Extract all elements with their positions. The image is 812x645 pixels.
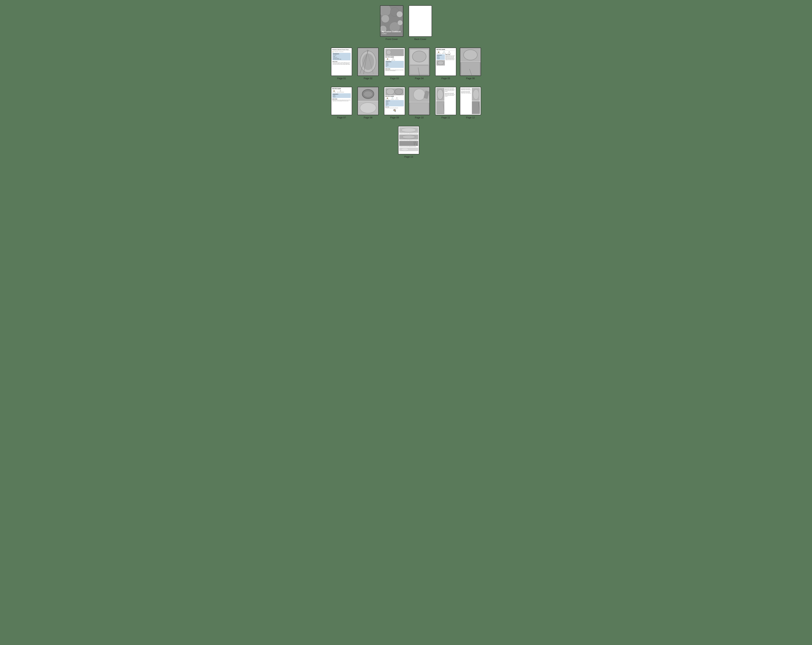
p03-ingredients: INGREDIENTS 1 cup item2 tbsp item1/2 tsp… — [385, 61, 404, 68]
back-cover-label: Back Cover — [414, 38, 426, 40]
p03-icon2: ⏱ SERVE TIME — [391, 58, 395, 61]
page10-label: Page 10 — [415, 116, 424, 119]
p05-icon3: ⏱ COOK TIME — [447, 51, 451, 54]
p03-title: RECIPE NAME — [385, 57, 404, 58]
p07-title: RECIPE NAME — [332, 88, 351, 89]
page08-label: Page 08 — [364, 116, 372, 119]
page06-item: Page 06 — [460, 47, 481, 80]
page08-item: Page 08 — [357, 87, 379, 119]
page08[interactable] — [357, 87, 379, 115]
row-4: Lorem ipsum dolor sit amet consectetur a… — [393, 126, 419, 158]
pages-05-06-group: RECIPE NAME 🍲 INGREDIENTS 🕐 SERVING TIME — [435, 47, 481, 80]
page05[interactable]: RECIPE NAME 🍲 INGREDIENTS 🕐 SERVING TIME — [435, 47, 456, 76]
pages-11-12-group: Lorem ipsum dolor sit amet consectetur a… — [435, 87, 481, 119]
p07-icon1: 🍲 COOK TIME — [332, 90, 336, 93]
p01-title: Blueberry Banana French Toast — [333, 49, 351, 51]
p01-icon-pot: 🍲 — [333, 51, 334, 52]
page04[interactable] — [409, 47, 430, 76]
p01-directions: DIRECTIONS Lorem ipsum dolor sit amet, c… — [333, 61, 351, 65]
front-cover-label: Front Cover — [386, 38, 398, 40]
p01-ingredients-box: INGREDIENTS 1 cup milk 2 eggs 3 cups but… — [333, 53, 351, 60]
cover-title: My Custom Cookbook — [382, 31, 401, 33]
page03-label: Page 03 — [390, 77, 399, 80]
page13[interactable]: Lorem ipsum dolor sit amet consectetur a… — [398, 126, 419, 154]
page07-label: Page 07 — [337, 116, 346, 119]
page05-label: Page 05 — [441, 77, 450, 80]
page05-item: RECIPE NAME 🍲 INGREDIENTS 🕐 SERVING TIME — [435, 47, 456, 80]
p03-icon1: 🍲 COOKING TIME — [385, 58, 390, 61]
back-cover-item: Back Cover — [409, 5, 432, 40]
p05-title: RECIPE NAME — [437, 49, 455, 51]
p09-icon3: ⏱ Serve Time — [395, 97, 398, 100]
page06-label: Page 06 — [466, 77, 475, 80]
page09-label: Page 09 — [390, 116, 399, 119]
pages-09-10-group: RECIPE NAME 🍲 INGREDIENTS 🕐 Serving Time — [384, 87, 430, 119]
p07-icon2: ⏱ SERVE TIME SERVINGS — [337, 90, 344, 93]
page12-item: Lorem ipsum dolor sit amet consectetur a… — [460, 87, 481, 119]
page01-item: Blueberry Banana French Toast 🍲 Cooking … — [331, 47, 352, 80]
back-cover-page[interactable] — [409, 5, 432, 37]
cover-text-block: My Custom Cookbook Author — [382, 31, 401, 35]
page01[interactable]: Blueberry Banana French Toast 🍲 Cooking … — [331, 47, 352, 76]
p09-directions: DIRECTIONS Lorem ipsum dolor sit amet co… — [385, 107, 404, 109]
p01-icons: 🍲 Cooking Time Serving Time — [333, 51, 351, 52]
p01-cooking-time: Cooking Time Serving Time — [334, 51, 343, 52]
page13-label: Page 13 — [404, 156, 413, 158]
page11-item: Lorem ipsum dolor sit amet consectetur a… — [435, 87, 456, 119]
p09-icon1: 🍲 INGREDIENTS — [385, 97, 389, 100]
p05-icon1: 🍲 INGREDIENTS — [437, 51, 441, 54]
page03-item: RECIPE NAME 🍲 COOKING TIME ⏱ SERVE TIME — [384, 47, 405, 80]
page02[interactable] — [357, 47, 379, 76]
page06[interactable] — [460, 47, 481, 76]
page04-label: Page 04 — [415, 77, 424, 80]
p03-directions: DIRECTIONS Lorem ipsum dolor sit amet co… — [385, 68, 404, 75]
covers-row: My Custom Cookbook Author Front Cover Ba… — [380, 5, 432, 40]
row-2: Blueberry Banana French Toast 🍲 Cooking … — [331, 47, 481, 80]
page02-label: Page 02 — [364, 77, 372, 80]
p05-icon2: 🕐 SERVING TIME — [442, 51, 446, 54]
page03[interactable]: RECIPE NAME 🍲 COOKING TIME ⏱ SERVE TIME — [384, 47, 405, 76]
pages-03-04-group: RECIPE NAME 🍲 COOKING TIME ⏱ SERVE TIME — [384, 47, 430, 80]
cover-author: Author — [382, 33, 401, 35]
p09-ingredients: INGREDIENTS 1 cup item2 tbsp item3 cups … — [385, 100, 404, 106]
p09-title: RECIPE NAME — [385, 96, 404, 97]
page10-item: Page 10 — [409, 87, 430, 119]
front-cover-page[interactable]: My Custom Cookbook Author — [380, 5, 403, 37]
page10[interactable] — [409, 87, 430, 115]
page11-label: Page 11 — [441, 116, 450, 119]
page13-item: Lorem ipsum dolor sit amet consectetur a… — [398, 126, 419, 158]
page09-item: RECIPE NAME 🍲 INGREDIENTS 🕐 Serving Time — [384, 87, 405, 119]
page01-label: Page 01 — [337, 77, 346, 80]
page07-item: RECIPE NAME 🍲 COOK TIME ⏱ SERVE TIME SER… — [331, 87, 352, 119]
page11[interactable]: Lorem ipsum dolor sit amet consectetur a… — [435, 87, 456, 115]
page07[interactable]: RECIPE NAME 🍲 COOK TIME ⏱ SERVE TIME SER… — [331, 87, 352, 115]
page04-item: Page 04 — [409, 47, 430, 80]
page09[interactable]: RECIPE NAME 🍲 INGREDIENTS 🕐 Serving Time — [384, 87, 405, 115]
p07-directions: DIRECTIONS Lorem ipsum dolor sit amet co… — [332, 99, 351, 101]
main-container: My Custom Cookbook Author Front Cover Ba… — [5, 5, 807, 158]
row-3: RECIPE NAME 🍲 COOK TIME ⏱ SERVE TIME SER… — [331, 87, 481, 119]
p09-icon2: 🕐 Serving Time — [391, 97, 394, 100]
front-cover-item: My Custom Cookbook Author Front Cover — [380, 5, 403, 40]
page12[interactable]: Lorem ipsum dolor sit amet consectetur a… — [460, 87, 481, 115]
page12-label: Page 12 — [466, 116, 475, 119]
page02-item: Page 02 — [357, 47, 379, 80]
